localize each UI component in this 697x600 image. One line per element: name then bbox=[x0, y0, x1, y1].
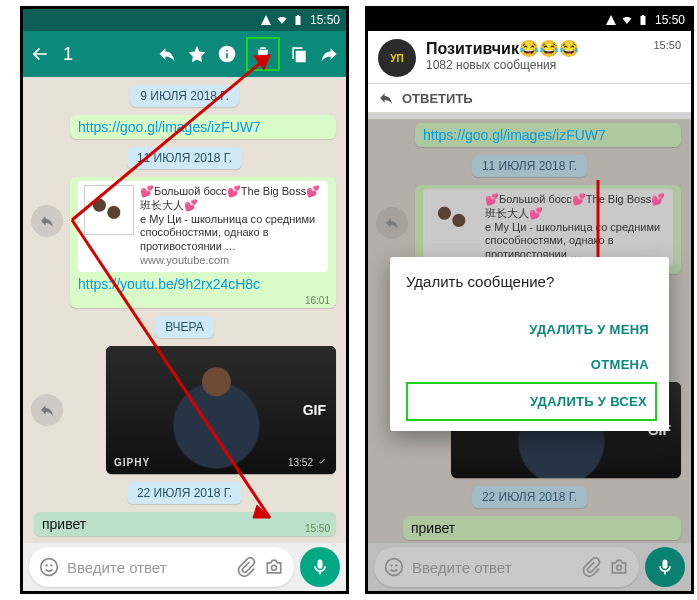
battery-icon bbox=[292, 14, 304, 26]
mic-button[interactable] bbox=[300, 547, 340, 587]
dialog-title: Удалить сообщение? bbox=[406, 273, 657, 290]
message-input[interactable]: Введите ответ bbox=[374, 547, 639, 587]
input-placeholder: Введите ответ bbox=[67, 559, 228, 576]
delete-dialog: Удалить сообщение? УДАЛИТЬ У МЕНЯ ОТМЕНА… bbox=[390, 257, 669, 431]
info-icon[interactable] bbox=[216, 43, 238, 65]
date-chip: 11 ИЮЛЯ 2018 Г. bbox=[127, 147, 242, 169]
camera-icon[interactable] bbox=[609, 557, 629, 577]
delete-for-me-button[interactable]: УДАЛИТЬ У МЕНЯ bbox=[406, 312, 657, 347]
copy-icon[interactable] bbox=[288, 43, 310, 65]
chat-subtitle: 1082 новых сообщения bbox=[426, 58, 579, 72]
reply-row[interactable]: ОТВЕТИТЬ bbox=[368, 84, 691, 113]
link-preview-card[interactable]: 💕Большой босс💕The Big Boss💕班长大人💕 е Му Ци… bbox=[423, 189, 673, 266]
delete-for-everyone-button[interactable]: УДАЛИТЬ У ВСЕХ bbox=[406, 382, 657, 421]
cancel-button[interactable]: ОТМЕНА bbox=[406, 347, 657, 382]
chat-title: Позитивчик😂😂😂 bbox=[426, 39, 579, 58]
gif-label: GIF bbox=[303, 402, 326, 418]
clock: 15:50 bbox=[655, 13, 685, 27]
input-placeholder: Введите ответ bbox=[412, 559, 573, 576]
emoji-icon[interactable] bbox=[39, 557, 59, 577]
battery-icon bbox=[637, 14, 649, 26]
preview-desc: е Му Ци - школьница со средними способно… bbox=[485, 221, 667, 262]
date-chip: ВЧЕРА bbox=[155, 316, 214, 338]
message-link[interactable]: https://goo.gl/images/izFUW7 bbox=[70, 115, 336, 139]
reply-icon[interactable] bbox=[156, 43, 178, 65]
reply-label: ОТВЕТИТЬ bbox=[402, 91, 473, 106]
phone-left: 15:50 1 9 ИЮЛЯ 2018 Г. https://goo.gl/im… bbox=[20, 6, 349, 594]
preview-domain: www.youtube.com bbox=[140, 254, 322, 268]
phone-right: 15:50 УП Позитивчик😂😂😂 1082 новых сообще… bbox=[365, 6, 694, 594]
clock: 15:50 bbox=[310, 13, 340, 27]
wifi-icon bbox=[276, 14, 288, 26]
delete-icon[interactable] bbox=[246, 37, 280, 71]
svg-point-0 bbox=[41, 559, 58, 576]
mic-button[interactable] bbox=[645, 547, 685, 587]
message-gif[interactable]: GIF GIPHY 13:52 bbox=[106, 346, 336, 474]
svg-point-2 bbox=[50, 564, 52, 566]
forward-icon[interactable] bbox=[318, 43, 340, 65]
link-preview-card[interactable]: 💕Большой босс💕The Big Boss💕班长大人💕 е Му Ци… bbox=[78, 181, 328, 272]
wifi-icon bbox=[621, 14, 633, 26]
message-input[interactable]: Введите ответ bbox=[29, 547, 294, 587]
attach-icon[interactable] bbox=[581, 557, 601, 577]
back-icon[interactable] bbox=[29, 43, 51, 65]
svg-point-7 bbox=[617, 565, 622, 570]
date-chip: 22 ИЮЛЯ 2018 Г. bbox=[127, 482, 242, 504]
svg-point-5 bbox=[390, 564, 392, 566]
preview-thumbnail bbox=[429, 193, 479, 243]
date-chip: 11 ИЮЛЯ 2018 Г. bbox=[472, 155, 587, 177]
date-chip: 9 ИЮЛЯ 2018 Г. bbox=[130, 85, 239, 107]
message-selected[interactable]: привет 15:50 bbox=[34, 512, 336, 536]
svg-point-1 bbox=[45, 564, 47, 566]
forward-circle-icon[interactable] bbox=[31, 394, 63, 426]
svg-point-6 bbox=[395, 564, 397, 566]
input-bar: Введите ответ bbox=[23, 543, 346, 591]
preview-desc: е Му Ци - школьница со средними способно… bbox=[140, 213, 322, 254]
status-bar: 15:50 bbox=[368, 9, 691, 31]
signal-icon bbox=[605, 14, 617, 26]
svg-point-3 bbox=[272, 565, 277, 570]
preview-title: 💕Большой босс💕The Big Boss💕班长大人💕 bbox=[485, 193, 667, 221]
camera-icon[interactable] bbox=[264, 557, 284, 577]
notification-header[interactable]: УП Позитивчик😂😂😂 1082 новых сообщения 15… bbox=[368, 31, 691, 84]
message-text: привет bbox=[411, 520, 455, 536]
selection-count: 1 bbox=[63, 44, 73, 65]
attach-icon[interactable] bbox=[236, 557, 256, 577]
preview-title: 💕Большой босс💕The Big Boss💕班长大人💕 bbox=[140, 185, 322, 213]
message-text-bubble[interactable]: привет bbox=[403, 516, 681, 540]
message-time: 13:52 bbox=[288, 457, 328, 468]
forward-circle-icon[interactable] bbox=[31, 205, 63, 237]
message-time: 16:01 bbox=[305, 295, 330, 306]
star-icon[interactable] bbox=[186, 43, 208, 65]
forward-circle-icon[interactable] bbox=[376, 207, 408, 239]
message-text: привет bbox=[42, 516, 86, 532]
header-time: 15:50 bbox=[653, 39, 681, 51]
date-chip: 22 ИЮЛЯ 2018 Г. bbox=[472, 486, 587, 508]
preview-thumbnail bbox=[84, 185, 134, 235]
message-link[interactable]: https://goo.gl/images/izFUW7 bbox=[415, 123, 681, 147]
chat-area: 9 ИЮЛЯ 2018 Г. https://goo.gl/images/izF… bbox=[23, 77, 346, 543]
message-time: 15:50 bbox=[305, 523, 330, 534]
gif-brand: GIPHY bbox=[114, 457, 150, 468]
avatar: УП bbox=[378, 39, 416, 77]
reply-icon bbox=[378, 90, 394, 106]
message-link-text[interactable]: https://youtu.be/9h2rx24cH8c bbox=[78, 276, 260, 292]
selection-action-bar: 1 bbox=[23, 31, 346, 77]
status-bar: 15:50 bbox=[23, 9, 346, 31]
svg-point-4 bbox=[386, 559, 403, 576]
emoji-icon[interactable] bbox=[384, 557, 404, 577]
message-youtube[interactable]: 💕Большой босс💕The Big Boss💕班长大人💕 е Му Ци… bbox=[70, 177, 336, 308]
signal-icon bbox=[260, 14, 272, 26]
input-bar: Введите ответ bbox=[368, 543, 691, 591]
